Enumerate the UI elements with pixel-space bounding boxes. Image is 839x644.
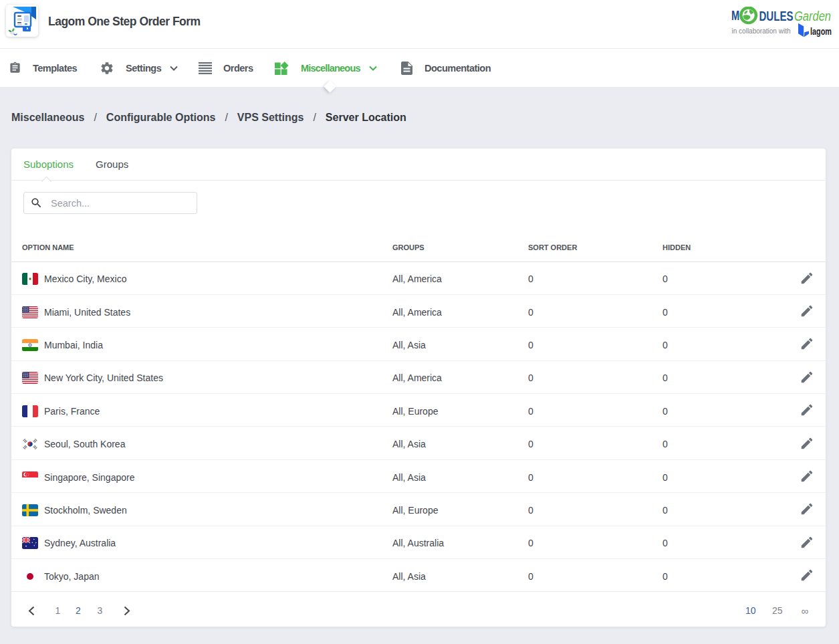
svg-text:M: M [731,8,739,23]
svg-text:DULES: DULES [759,9,794,23]
svg-text:lagom: lagom [810,26,832,37]
svg-text:Garden: Garden [794,8,831,23]
svg-text:in collaboration with: in collaboration with [732,27,791,35]
